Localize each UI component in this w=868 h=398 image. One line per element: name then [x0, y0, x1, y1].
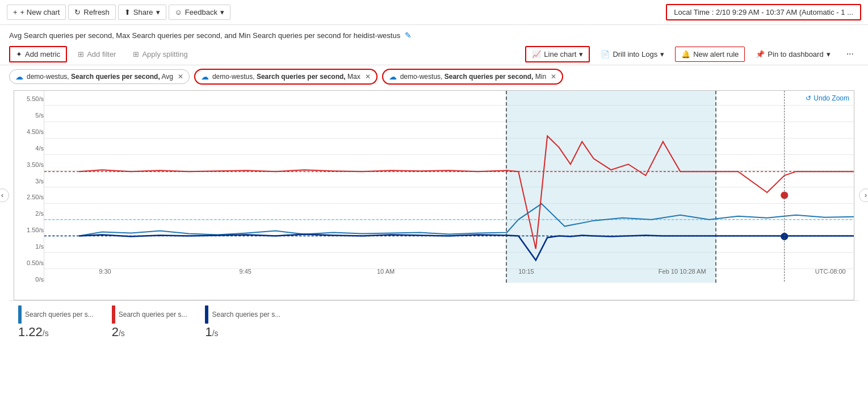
x-axis: 9:30 9:45 10 AM 10:15 Feb 10 10:28 AM UT… [74, 266, 854, 283]
y-label-7: 2/s [16, 210, 44, 217]
legend-label-max: Search queries per s... [112, 305, 187, 324]
y-label-5: 3/s [16, 178, 44, 185]
refresh-label: Refresh [83, 8, 110, 16]
pill-avg-text: demo-westus, Search queries per second, … [27, 73, 173, 81]
x-label-10am: 10 AM [377, 268, 395, 275]
y-label-1: 5/s [16, 112, 44, 119]
pin-label: Pin to dashboard [768, 50, 823, 58]
legend-text-avg: Search queries per s... [25, 311, 94, 319]
line-chart-button[interactable]: 📈 Line chart ▾ [525, 46, 590, 62]
y-label-8: 1.50/s [16, 227, 44, 233]
drill-label: Drill into Logs [613, 50, 657, 58]
title-row: Avg Search queries per second, Max Searc… [0, 25, 868, 43]
y-label-10: 0.50/s [16, 259, 44, 266]
nav-arrow-right[interactable]: › [859, 188, 868, 202]
refresh-icon: ↻ [74, 8, 81, 16]
legend-item-avg: Search queries per s... 1.22/s [18, 305, 94, 340]
pill-avg[interactable]: ☁ demo-westus, Search queries per second… [9, 69, 190, 84]
metric-pills: ☁ demo-westus, Search queries per second… [0, 65, 868, 88]
legend-text-min: Search queries per s... [212, 311, 280, 319]
legend-item-max: Search queries per s... 2/s [112, 305, 187, 340]
chart-svg [44, 91, 854, 283]
share-chevron: ▾ [156, 8, 160, 16]
cloud-icon-min: ☁ [389, 72, 397, 81]
add-metric-label: Add metric [25, 50, 60, 58]
close-icon-max[interactable]: ✕ [365, 73, 371, 81]
add-filter-button[interactable]: ⊞ Add filter [72, 47, 122, 62]
y-label-11: 0/s [16, 276, 44, 283]
pill-min[interactable]: ☁ demo-westus, Search queries per second… [382, 69, 563, 85]
apply-splitting-label: Apply splitting [142, 50, 187, 58]
feedback-label: Feedback [185, 8, 217, 16]
time-range-label: Local Time : 2/10 9:29 AM - 10:37 AM (Au… [674, 8, 853, 16]
new-chart-label: + New chart [20, 8, 60, 16]
pill-max[interactable]: ☁ demo-westus, Search queries per second… [194, 69, 378, 85]
new-alert-label: New alert rule [693, 50, 739, 58]
time-range-button[interactable]: Local Time : 2/10 9:29 AM - 10:37 AM (Au… [666, 4, 861, 20]
x-label-945: 9:45 [240, 268, 251, 275]
legend-color-min [205, 305, 208, 324]
top-toolbar: + + New chart ↻ Refresh ⬆ Share ▾ ☺ Feed… [0, 0, 868, 25]
new-alert-rule-button[interactable]: 🔔 New alert rule [675, 47, 745, 62]
split-icon: ⊞ [133, 50, 139, 58]
close-icon-min[interactable]: ✕ [551, 73, 556, 81]
y-label-0: 5.50/s [16, 95, 44, 102]
feedback-chevron: ▾ [220, 8, 224, 16]
close-icon-avg[interactable]: ✕ [178, 73, 183, 81]
drill-chevron: ▾ [660, 50, 664, 58]
chart-container: 5.50/s 5/s 4.50/s 4/s 3.50/s 3/s 2.50/s … [14, 90, 854, 300]
pin-icon: 📌 [756, 50, 765, 58]
share-button[interactable]: ⬆ Share ▾ [118, 5, 166, 20]
y-label-9: 1/s [16, 243, 44, 250]
legend-label-avg: Search queries per s... [18, 305, 94, 324]
toolbar-left: + + New chart ↻ Refresh ⬆ Share ▾ ☺ Feed… [7, 5, 666, 20]
y-label-3: 4/s [16, 145, 44, 152]
x-label-930: 9:30 [99, 268, 111, 275]
toolbar-right: Local Time : 2/10 9:29 AM - 10:37 AM (Au… [666, 4, 861, 20]
pin-to-dashboard-button[interactable]: 📌 Pin to dashboard ▾ [749, 47, 836, 62]
cloud-icon-avg: ☁ [15, 72, 23, 81]
pin-chevron: ▾ [827, 50, 831, 58]
nav-arrow-left[interactable]: ‹ [0, 188, 9, 202]
refresh-button[interactable]: ↻ Refresh [68, 5, 116, 20]
legend-label-min: Search queries per s... [205, 305, 280, 324]
filter-icon: ⊞ [78, 50, 84, 58]
feedback-button[interactable]: ☺ Feedback ▾ [169, 5, 230, 20]
add-metric-button[interactable]: ✦ Add metric [9, 46, 67, 62]
x-label-1015: 10:15 [518, 268, 534, 275]
x-label-feb10: Feb 10 10:28 AM [659, 268, 706, 275]
legend-value-min: 1/s [205, 325, 280, 340]
pill-max-text: demo-westus, Search queries per second, … [212, 73, 360, 81]
chart-title: Avg Search queries per second, Max Searc… [9, 31, 400, 40]
line-chart-icon: 📈 [532, 50, 541, 58]
line-chart-chevron: ▾ [579, 50, 583, 58]
legend-text-max: Search queries per s... [119, 311, 187, 319]
legend-item-min: Search queries per s... 1/s [205, 305, 280, 340]
legend-color-avg [18, 305, 22, 324]
chart-inner: 5.50/s 5/s 4.50/s 4/s 3.50/s 3/s 2.50/s … [14, 91, 854, 300]
new-chart-button[interactable]: + + New chart [7, 5, 66, 20]
cloud-icon-max: ☁ [201, 72, 209, 81]
add-metric-icon: ✦ [16, 50, 22, 58]
more-icon: ··· [846, 49, 854, 58]
share-icon: ⬆ [124, 8, 131, 16]
line-chart-label: Line chart [544, 50, 576, 58]
pill-min-text: demo-westus, Search queries per second, … [400, 73, 546, 81]
add-filter-label: Add filter [87, 50, 116, 58]
legend-value-avg: 1.22/s [18, 325, 94, 340]
more-options-button[interactable]: ··· [841, 45, 859, 62]
metrics-toolbar: ✦ Add metric ⊞ Add filter ⊞ Apply splitt… [0, 43, 868, 65]
legend: Search queries per s... 1.22/s Search qu… [9, 300, 859, 344]
feedback-icon: ☺ [175, 8, 182, 16]
y-label-2: 4.50/s [16, 128, 44, 135]
y-label-4: 3.50/s [16, 161, 44, 168]
chart-plot: ↺ Undo Zoom [44, 91, 854, 283]
legend-value-max: 2/s [112, 325, 187, 340]
alert-icon: 🔔 [681, 50, 690, 58]
apply-splitting-button[interactable]: ⊞ Apply splitting [127, 47, 194, 62]
drill-into-logs-button[interactable]: 📄 Drill into Logs ▾ [594, 47, 670, 62]
legend-color-max [112, 305, 115, 324]
drill-icon: 📄 [601, 50, 610, 58]
edit-icon[interactable]: ✎ [405, 31, 412, 40]
share-label: Share [133, 8, 153, 16]
